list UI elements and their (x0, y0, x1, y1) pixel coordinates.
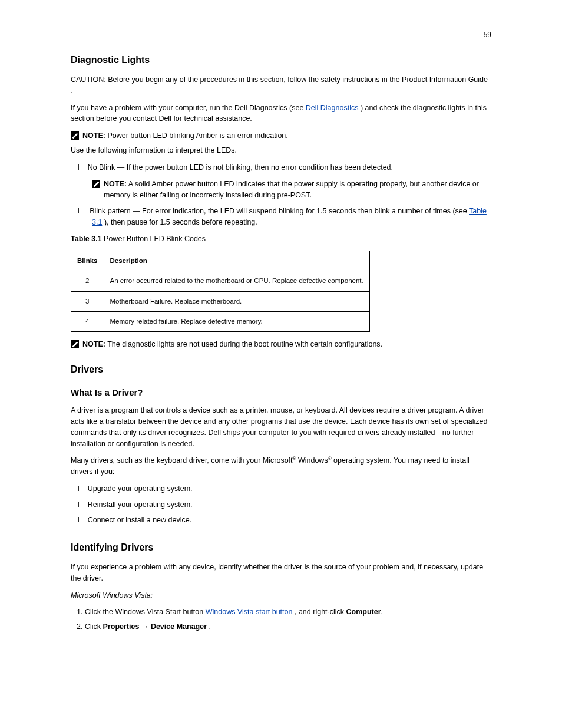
driver-p2-b: Windows (298, 456, 328, 465)
table-title-label: Table 3.1 (71, 235, 102, 243)
heading-identifying-drivers: Identifying Drivers (71, 541, 491, 555)
list-item: Connect or install a new device. (92, 515, 491, 526)
separator (71, 354, 491, 354)
note-1: NOTE: Power button LED blinking Amber is… (71, 130, 491, 141)
li2-suffix: ), then pause for 1.5 seconds before rep… (104, 218, 257, 226)
driver-paragraph-1: A driver is a program that controls a de… (71, 405, 491, 449)
cell-desc: Motherboard Failure. Replace motherboard… (104, 291, 369, 311)
separator (71, 532, 491, 532)
step2-a: Click (85, 622, 103, 631)
interpret-leds-text: Use the following information to interpr… (71, 145, 491, 156)
table-row: 4 Memory related failure. Replace defect… (71, 311, 370, 331)
caution-paragraph: CAUTION: Before you begin any of the pro… (71, 74, 491, 97)
note-icon (71, 340, 79, 348)
heading-diagnostic-lights: Diagnostic Lights (71, 53, 491, 67)
win-vista-label: Microsoft Windows Vista: (71, 590, 491, 601)
caution-emphasis: Product Information Guide (402, 75, 488, 84)
cell-blinks: 3 (71, 291, 104, 311)
cell-blinks: 2 (71, 271, 104, 291)
step2-arrow: → (141, 622, 151, 631)
step2-properties: Properties (103, 622, 140, 631)
driver-p2-a: Many drivers, such as the keyboard drive… (71, 456, 293, 465)
step-2: Click Properties → Device Manager . (85, 621, 491, 633)
nested-note: NOTE: A solid Amber power button LED ind… (92, 179, 491, 201)
table-header-row: Blinks Description (71, 251, 370, 271)
note-1-label: NOTE: (82, 131, 105, 140)
steps-list: Click the Windows Vista Start button Win… (71, 607, 491, 633)
note-1-text: Power button LED blinking Amber is an er… (107, 131, 287, 140)
li2-prefix: Blink pattern — For error indication, th… (90, 207, 469, 215)
note-icon (71, 131, 79, 140)
driver-reasons-list: Upgrade your operating system. Reinstall… (71, 483, 491, 526)
table-title-text: Power Button LED Blink Codes (104, 235, 206, 243)
list-item-blink-pattern: Blink pattern — For error indication, th… (92, 206, 491, 228)
registered-icon: ® (328, 456, 332, 461)
note-2-label: NOTE: (82, 340, 105, 348)
page-number: 59 (484, 29, 491, 40)
table-row: 2 An error occurred related to the mothe… (71, 271, 370, 291)
registered-icon: ® (293, 456, 296, 461)
table-row: 3 Motherboard Failure. Replace motherboa… (71, 291, 370, 311)
led-list: No Blink — If the power button LED is no… (71, 162, 491, 173)
step1-prefix: Click the Windows Vista Start button (85, 608, 206, 616)
identifying-paragraph: If you experience a problem with any dev… (71, 562, 491, 584)
dell-diagnostics-link[interactable]: Dell Diagnostics (306, 104, 359, 112)
heading-drivers: Drivers (71, 363, 491, 377)
note-2-text: The diagnostic lights are not used durin… (107, 340, 382, 348)
note-icon (92, 180, 100, 188)
step-1: Click the Windows Vista Start button Win… (85, 607, 491, 618)
intro-paragraph: If you have a problem with your computer… (71, 103, 491, 125)
vista-start-button-link[interactable]: Windows Vista start button (206, 608, 293, 616)
th-description: Description (104, 251, 369, 271)
nested-note-label: NOTE: (104, 180, 127, 188)
step1-computer: Computer (346, 608, 381, 616)
table-title: Table 3.1 Power Button LED Blink Codes (71, 233, 491, 245)
heading-what-is-driver: What Is a Driver? (71, 386, 491, 400)
caution-text-suffix: . (71, 87, 72, 95)
th-blinks: Blinks (71, 251, 104, 271)
step2-period: . (209, 622, 211, 631)
nested-note-text: A solid Amber power button LED indicates… (104, 180, 479, 199)
win-vista-title: Microsoft Windows Vista: (71, 591, 153, 599)
cell-desc: Memory related failure. Replace defectiv… (104, 311, 369, 331)
driver-paragraph-2: Many drivers, such as the keyboard drive… (71, 455, 491, 477)
cell-blinks: 4 (71, 311, 104, 331)
intro-text: If you have a problem with your computer… (71, 104, 306, 112)
cell-desc: An error occurred related to the motherb… (104, 271, 369, 291)
note-2: NOTE: The diagnostic lights are not used… (71, 339, 491, 350)
caution-text-prefix: CAUTION: Before you begin any of the pro… (71, 75, 402, 84)
list-item: Reinstall your operating system. (92, 499, 491, 510)
blink-codes-table: Blinks Description 2 An error occurred r… (71, 251, 370, 332)
led-list-2: Blink pattern — For error indication, th… (71, 206, 491, 228)
list-item-noblink: No Blink — If the power button LED is no… (92, 162, 491, 173)
step1-tail: , and right-click (295, 608, 346, 616)
step2-device-manager: Device Manager (151, 622, 207, 631)
list-item: Upgrade your operating system. (92, 483, 491, 495)
